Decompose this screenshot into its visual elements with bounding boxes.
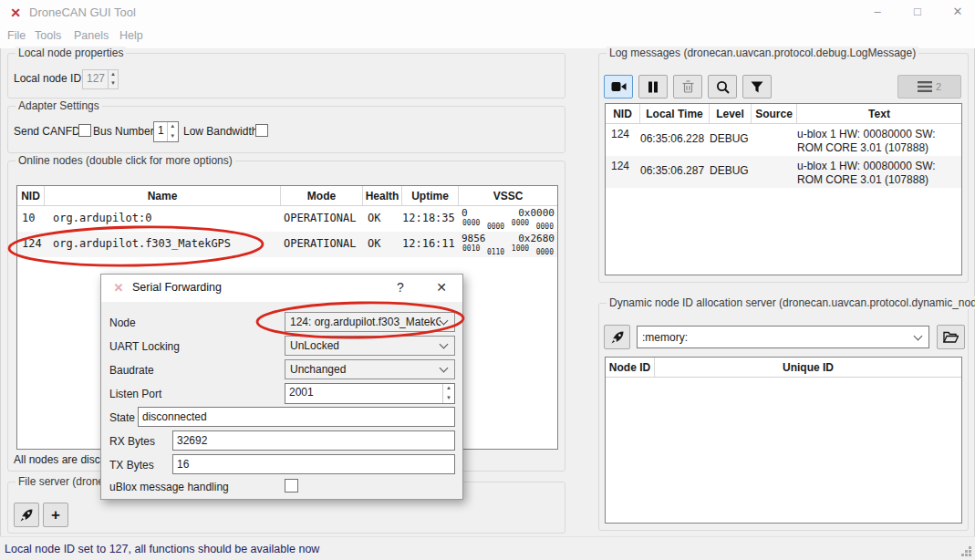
node-row-10[interactable]: 10 org.ardupilot:0 OPERATIONAL OK 12:18:… <box>17 206 557 232</box>
serial-forwarding-dialog: ✕ Serial Forwarding ? ✕ Node 124: org.ar… <box>100 274 463 500</box>
menu-tools[interactable]: Tools <box>35 29 61 42</box>
dialog-help-button[interactable]: ? <box>385 275 416 301</box>
menu-file[interactable]: File <box>7 29 26 42</box>
close-button[interactable]: ✕ <box>942 0 973 24</box>
baudrate-combobox[interactable]: Unchanged <box>285 359 455 379</box>
allocation-db-value: :memory: <box>638 331 915 344</box>
local-node-id-spin-arrows[interactable]: ▲▼ <box>108 70 118 88</box>
col-header-vssc[interactable]: VSSC <box>459 186 557 205</box>
menu-help[interactable]: Help <box>119 29 143 42</box>
cell-vssc: 00x0000 0000000000000000 <box>459 206 557 232</box>
cell-text: u-blox 1 HW: 00080000 SW: ROM CORE 3.01 … <box>797 156 961 188</box>
col-header-unique-id[interactable]: Unique ID <box>655 358 961 377</box>
cell-vssc: 98560x2680 0010011010000000 <box>459 232 557 257</box>
listen-port-spinner[interactable]: 2001 ▲▼ <box>285 383 455 404</box>
local-node-id-spinner[interactable]: 127 ▲▼ <box>82 69 119 89</box>
chevron-down-icon <box>440 364 449 373</box>
col-header-nid[interactable]: NID <box>606 104 640 123</box>
spin-down-icon[interactable]: ▼ <box>443 394 454 404</box>
low-bandwidth-checkbox[interactable] <box>255 124 268 137</box>
log-row[interactable]: 124 06:35:06.228 DEBUG u-blox 1 HW: 0008… <box>606 124 961 156</box>
uart-locking-value: UnLocked <box>285 339 441 352</box>
menu-panels[interactable]: Panels <box>74 29 109 42</box>
low-bandwidth-label: Low Bandwidth: <box>183 125 261 138</box>
tx-bytes-field[interactable]: 16 <box>172 454 455 474</box>
log-filter-button[interactable] <box>742 75 772 99</box>
rx-bytes-field[interactable]: 32692 <box>172 430 455 451</box>
online-nodes-header: NID Name Mode Health Uptime VSSC <box>17 186 557 206</box>
dialog-title: Serial Forwarding <box>132 281 222 294</box>
listen-port-label: Listen Port <box>109 388 161 400</box>
title-bar: ✕ DroneCAN GUI Tool – □ ✕ <box>0 0 975 25</box>
bus-number-value: 1 <box>154 122 167 141</box>
dialog-title-bar: ✕ Serial Forwarding ? ✕ <box>101 275 462 302</box>
col-header-nid[interactable]: NID <box>17 186 45 205</box>
adapter-settings-title: Adapter Settings <box>16 99 102 112</box>
rocket-icon <box>610 330 625 345</box>
state-field[interactable]: disconnected <box>138 407 455 427</box>
video-camera-icon <box>611 81 627 92</box>
log-search-button[interactable] <box>708 75 737 99</box>
col-header-local-time[interactable]: Local Time <box>640 104 710 123</box>
spin-up-icon[interactable]: ▲ <box>443 384 454 394</box>
maximize-button[interactable]: □ <box>902 0 933 24</box>
col-header-health[interactable]: Health <box>363 186 402 205</box>
status-bar: Local node ID set to 127, all functions … <box>0 536 975 560</box>
app-logo-icon: ✕ <box>8 5 23 20</box>
dialog-close-button[interactable]: ✕ <box>426 275 457 301</box>
cell-nid: 124 <box>17 232 45 257</box>
local-node-id-value: 127 <box>83 70 108 88</box>
send-canfd-checkbox[interactable] <box>78 124 91 137</box>
log-pause-button[interactable] <box>638 75 668 99</box>
spin-up-icon[interactable]: ▲ <box>168 122 178 132</box>
allocation-start-button[interactable] <box>604 325 630 349</box>
spin-down-icon[interactable]: ▼ <box>168 132 178 142</box>
send-canfd-label: Send CANFD: <box>14 125 83 138</box>
chevron-down-icon <box>440 340 449 349</box>
log-row[interactable]: 124 06:35:06.287 DEBUG u-blox 1 HW: 0008… <box>606 156 961 188</box>
cell-source <box>752 124 797 156</box>
resize-grip[interactable] <box>969 554 971 556</box>
status-message: Local node ID set to 127, all functions … <box>5 543 319 555</box>
col-header-text[interactable]: Text <box>797 104 961 123</box>
listen-port-spin-arrows[interactable]: ▲▼ <box>442 384 454 403</box>
node-combobox-value: 124: org.ardupilot.f303_MatekGPS <box>285 316 441 328</box>
minimize-button[interactable]: – <box>862 0 893 24</box>
menu-bar: File Tools Panels Help <box>0 25 975 48</box>
node-row-124[interactable]: 124 org.ardupilot.f303_MatekGPS OPERATIO… <box>17 232 557 257</box>
spin-down-icon[interactable]: ▼ <box>109 79 118 88</box>
open-folder-icon <box>943 331 959 343</box>
col-header-uptime[interactable]: Uptime <box>402 186 459 205</box>
ublox-handling-checkbox[interactable] <box>285 479 298 493</box>
log-record-button[interactable] <box>604 75 633 99</box>
col-header-source[interactable]: Source <box>752 104 797 123</box>
file-server-start-button[interactable] <box>14 503 39 527</box>
col-header-mode[interactable]: Mode <box>281 186 363 205</box>
list-icon <box>918 81 932 92</box>
rocket-icon <box>19 508 34 523</box>
log-messages-title: Log messages (dronecan.uavcan.protocol.d… <box>607 47 918 59</box>
allocation-table: Node ID Unique ID <box>605 357 962 524</box>
uart-locking-label: UART Locking <box>109 340 180 353</box>
log-table: NID Local Time Level Source Text 124 06:… <box>605 103 962 275</box>
baudrate-label: Baudrate <box>109 364 154 377</box>
uart-locking-combobox[interactable]: UnLocked <box>285 336 455 356</box>
spin-up-icon[interactable]: ▲ <box>109 70 118 79</box>
allocation-browse-button[interactable] <box>937 325 965 349</box>
col-header-name[interactable]: Name <box>45 186 281 205</box>
app-logo-icon: ✕ <box>111 281 126 296</box>
bus-number-spinner[interactable]: 1 ▲▼ <box>153 121 179 142</box>
cell-time: 06:35:06.287 <box>640 156 710 188</box>
col-header-level[interactable]: Level <box>710 104 752 123</box>
cell-mode: OPERATIONAL <box>281 206 363 232</box>
allocation-db-combobox[interactable]: :memory: <box>637 326 929 348</box>
node-combobox[interactable]: 124: org.ardupilot.f303_MatekGPS <box>285 312 455 332</box>
bus-number-spin-arrows[interactable]: ▲▼ <box>167 122 178 141</box>
log-clear-button[interactable] <box>673 75 702 99</box>
allocation-table-header: Node ID Unique ID <box>606 358 961 378</box>
log-row-counter-button[interactable]: 2 <box>897 75 961 99</box>
cell-text: u-blox 1 HW: 00080000 SW: ROM CORE 3.01 … <box>797 124 961 156</box>
cell-nid: 10 <box>17 206 45 232</box>
col-header-node-id[interactable]: Node ID <box>606 358 655 377</box>
file-server-add-path-button[interactable]: + <box>43 503 68 527</box>
